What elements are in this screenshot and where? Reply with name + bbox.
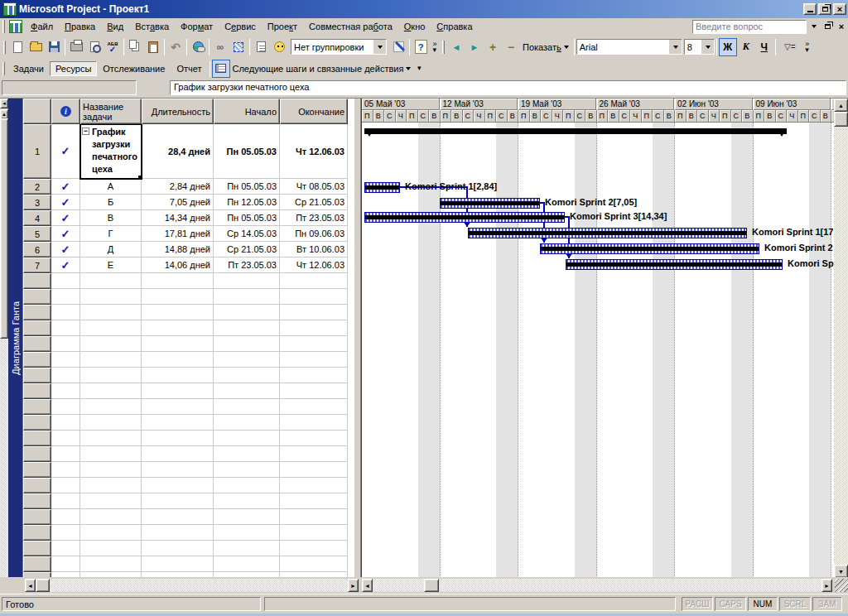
entry-field[interactable]: График загрузки печатного цеха bbox=[170, 80, 846, 95]
row-number-cell[interactable]: 4 bbox=[23, 210, 51, 226]
duration-cell[interactable] bbox=[142, 336, 214, 352]
gantt-bar-task-4[interactable] bbox=[364, 212, 565, 223]
header-duration[interactable]: Длительность bbox=[142, 99, 214, 124]
row-number-cell[interactable]: 1 bbox=[23, 124, 51, 179]
info-cell[interactable] bbox=[51, 556, 80, 572]
start-cell[interactable] bbox=[214, 336, 280, 352]
start-cell[interactable] bbox=[214, 383, 280, 399]
pane-splitter[interactable] bbox=[354, 99, 362, 578]
task-name-cell[interactable] bbox=[80, 446, 142, 462]
filter-button[interactable]: ▽= bbox=[778, 38, 802, 56]
close-button[interactable]: × bbox=[833, 3, 846, 15]
font-size-select[interactable]: 8 bbox=[684, 39, 715, 55]
duration-cell[interactable]: 28,4 дней bbox=[142, 124, 214, 179]
finish-cell[interactable] bbox=[280, 431, 348, 446]
info-cell[interactable]: ✓ bbox=[51, 210, 80, 226]
duration-cell[interactable]: 7,05 дней bbox=[142, 195, 214, 210]
window-resize-grip[interactable] bbox=[835, 579, 848, 592]
doc-close-button[interactable]: × bbox=[835, 21, 848, 32]
info-cell[interactable]: ✓ bbox=[51, 226, 80, 242]
header-start[interactable]: Начало bbox=[214, 99, 280, 124]
underline-button[interactable]: Ч bbox=[755, 38, 773, 56]
menu-item-8[interactable]: Окно bbox=[398, 20, 431, 33]
chart-scroll-left-button[interactable]: ◄ bbox=[362, 579, 373, 592]
row-number-cell[interactable] bbox=[23, 446, 51, 462]
task-name-cell[interactable] bbox=[80, 509, 142, 525]
start-cell[interactable] bbox=[214, 305, 280, 320]
toolbar-options-chevron[interactable]: »▾ bbox=[430, 41, 440, 53]
task-name-cell[interactable] bbox=[80, 305, 142, 320]
finish-cell[interactable] bbox=[280, 446, 348, 462]
menu-item-5[interactable]: Сервис bbox=[219, 20, 262, 33]
formatting-grip[interactable] bbox=[442, 41, 445, 54]
toolbar-grip[interactable] bbox=[3, 41, 6, 54]
duration-cell[interactable] bbox=[142, 289, 214, 305]
row-number-cell[interactable] bbox=[23, 431, 51, 446]
gantt-bar-task-6[interactable] bbox=[540, 243, 759, 254]
info-cell[interactable]: ✓ bbox=[51, 124, 80, 179]
finish-cell[interactable]: Чт 12.06.03 bbox=[280, 124, 348, 179]
viewbar-grip[interactable] bbox=[2, 62, 5, 75]
grouping-select[interactable]: Нет группировки bbox=[291, 39, 387, 55]
font-dropdown-icon[interactable] bbox=[669, 40, 682, 54]
row-number-cell[interactable] bbox=[23, 525, 51, 541]
row-number-cell[interactable] bbox=[23, 493, 51, 509]
row-number-cell[interactable]: 3 bbox=[23, 195, 51, 210]
menu-item-1[interactable]: Правка bbox=[59, 20, 101, 33]
collapse-minus-icon[interactable]: − bbox=[82, 128, 89, 135]
start-cell[interactable]: Пн 05.05.03 bbox=[214, 210, 280, 226]
finish-cell[interactable]: Чт 12.06.03 bbox=[280, 257, 348, 273]
italic-button[interactable]: К bbox=[737, 38, 755, 56]
start-cell[interactable]: Пн 12.05.03 bbox=[214, 195, 280, 210]
finish-cell[interactable] bbox=[280, 320, 348, 336]
task-name-cell[interactable] bbox=[80, 556, 142, 572]
viewbar-options-chevron[interactable]: ▾ bbox=[414, 65, 424, 71]
table-scroll-right-button[interactable]: ► bbox=[348, 579, 359, 592]
duration-cell[interactable]: 14,34 дней bbox=[142, 210, 214, 226]
start-cell[interactable] bbox=[214, 399, 280, 415]
info-cell[interactable] bbox=[51, 493, 80, 509]
info-cell[interactable] bbox=[51, 368, 80, 383]
row-number-cell[interactable]: 7 bbox=[23, 257, 51, 273]
row-number-cell[interactable] bbox=[23, 399, 51, 415]
finish-cell[interactable]: Пн 09.06.03 bbox=[280, 226, 348, 242]
row-number-cell[interactable] bbox=[23, 368, 51, 383]
help-button[interactable]: ? bbox=[412, 38, 430, 56]
finish-cell[interactable] bbox=[280, 352, 348, 368]
info-cell[interactable] bbox=[51, 273, 80, 289]
info-cell[interactable]: ✓ bbox=[51, 195, 80, 210]
strip-scroll-track[interactable] bbox=[0, 339, 8, 578]
question-dropdown-icon[interactable] bbox=[807, 20, 820, 34]
chart-hscroll-thumb[interactable] bbox=[424, 579, 439, 592]
grouping-dropdown-icon[interactable] bbox=[373, 40, 386, 54]
scroll-down-button[interactable]: ▼ bbox=[834, 565, 848, 578]
duration-cell[interactable]: 17,81 дней bbox=[142, 226, 214, 242]
row-number-cell[interactable] bbox=[23, 273, 51, 289]
task-name-cell[interactable] bbox=[80, 320, 142, 336]
start-cell[interactable] bbox=[214, 446, 280, 462]
start-cell[interactable] bbox=[214, 273, 280, 289]
menu-item-4[interactable]: Формат bbox=[175, 20, 219, 33]
row-number-cell[interactable] bbox=[23, 478, 51, 493]
task-name-cell[interactable]: Г bbox=[80, 226, 142, 242]
task-name-cell[interactable] bbox=[80, 383, 142, 399]
info-cell[interactable] bbox=[51, 541, 80, 556]
task-name-cell[interactable]: В bbox=[80, 210, 142, 226]
info-cell[interactable] bbox=[51, 289, 80, 305]
start-cell[interactable]: Ср 14.05.03 bbox=[214, 226, 280, 242]
viewbar-tab-3[interactable]: Отчет bbox=[171, 61, 207, 76]
info-cell[interactable] bbox=[51, 431, 80, 446]
next-steps-button[interactable]: Следующие шаги и связанные действия bbox=[230, 61, 415, 75]
row-number-cell[interactable] bbox=[23, 336, 51, 352]
finish-cell[interactable]: Ср 21.05.03 bbox=[280, 195, 348, 210]
finish-cell[interactable]: Вт 10.06.03 bbox=[280, 242, 348, 257]
row-number-cell[interactable] bbox=[23, 383, 51, 399]
menu-item-0[interactable]: Файл bbox=[25, 20, 59, 33]
duration-cell[interactable] bbox=[142, 415, 214, 431]
start-cell[interactable]: Ср 21.05.03 bbox=[214, 242, 280, 257]
menu-item-2[interactable]: Вид bbox=[101, 20, 129, 33]
finish-cell[interactable]: Пт 23.05.03 bbox=[280, 210, 348, 226]
info-cell[interactable] bbox=[51, 383, 80, 399]
start-cell[interactable] bbox=[214, 320, 280, 336]
indent-button[interactable]: ► bbox=[465, 38, 484, 56]
